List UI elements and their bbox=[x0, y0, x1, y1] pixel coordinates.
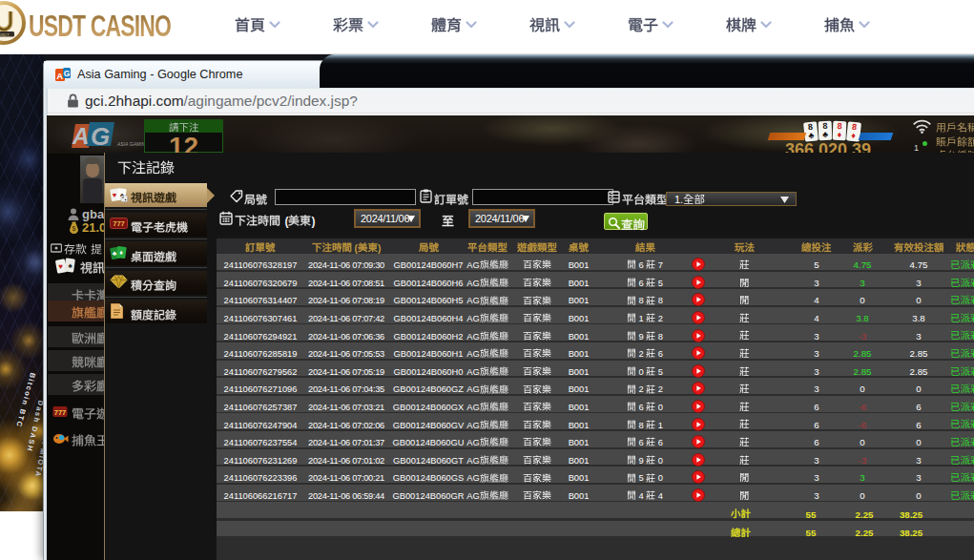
svg-text:777: 777 bbox=[113, 219, 125, 228]
svg-text:$: $ bbox=[73, 225, 76, 233]
svg-text:♥: ♥ bbox=[113, 191, 117, 199]
svg-text:♥: ♥ bbox=[58, 262, 63, 271]
svg-text:USDT: USDT bbox=[0, 32, 10, 37]
svg-text:A: A bbox=[72, 123, 89, 149]
svg-text:♦: ♦ bbox=[119, 249, 123, 256]
svg-text:G: G bbox=[91, 122, 110, 150]
svg-text:♣: ♣ bbox=[113, 250, 117, 257]
svg-text:G: G bbox=[64, 69, 71, 78]
svg-text:A: A bbox=[56, 71, 63, 81]
svg-text:777: 777 bbox=[54, 408, 67, 417]
